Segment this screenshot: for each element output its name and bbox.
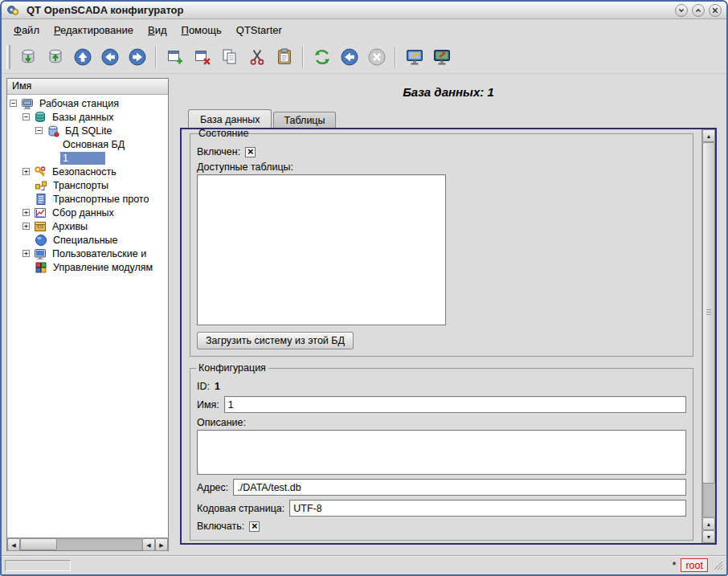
tree-item-db-sqlite[interactable]: БД SQLite — [7, 124, 168, 137]
resize-grip[interactable] — [713, 560, 723, 570]
add-item-icon[interactable] — [162, 43, 188, 70]
tree-header[interactable]: Имя — [7, 79, 168, 95]
modules-icon — [35, 261, 47, 274]
menu-help[interactable]: Помощь — [174, 21, 229, 39]
tree-item-label-selected: 1 — [60, 152, 105, 165]
config-groupbox: Конфигурация ID: 1 Имя: Описание: — [190, 368, 693, 541]
content-panel: База данных: 1 База данных Таблицы Состо… — [175, 78, 722, 551]
description-label: Описание: — [197, 417, 246, 428]
scroll-right-icon[interactable]: ▶ — [155, 538, 168, 551]
menu-file[interactable]: Файл — [6, 21, 47, 39]
menu-view[interactable]: Вид — [141, 21, 174, 39]
app-icon — [6, 4, 19, 17]
databases-icon — [34, 111, 47, 124]
tree-item-label: Пользовательские и — [50, 247, 149, 260]
go-up-icon[interactable] — [69, 43, 96, 70]
current-user-badge: root — [681, 558, 708, 572]
modified-indicator: * — [672, 559, 676, 571]
enable-checkbox[interactable] — [249, 521, 260, 532]
tables-listbox[interactable] — [197, 174, 446, 325]
statusbar: * root — [2, 555, 726, 574]
tree-item-user-interfaces[interactable]: Пользовательские и — [7, 247, 168, 260]
tree-item-security[interactable]: Безопасность — [7, 165, 168, 178]
codepage-input[interactable] — [289, 500, 686, 517]
status-field — [5, 560, 71, 571]
address-input[interactable] — [233, 479, 686, 496]
tree-hscrollbar[interactable]: ◀ ◀ ▶ — [7, 537, 168, 550]
go-back-icon[interactable] — [96, 43, 123, 70]
navigation-tree-panel: Имя Рабочая станция Базы данных БД SQLit… — [6, 78, 169, 551]
qt-vision-icon[interactable] — [428, 43, 455, 70]
expand-icon[interactable] — [22, 209, 30, 216]
app-window: QT OpenSCADA конфигуратор Файл Редактиро… — [0, 0, 728, 576]
tree-item-main-db[interactable]: Основная БД — [7, 137, 168, 151]
menu-edit[interactable]: Редактирование — [47, 21, 141, 39]
menubar: Файл Редактирование Вид Помощь QTStarter — [2, 19, 726, 40]
tree-item-label: Архивы — [50, 220, 90, 233]
tree-item-transport-protocols[interactable]: Транспортные прото — [7, 192, 168, 206]
delete-item-icon[interactable] — [189, 43, 215, 70]
codepage-label: Кодовая страница: — [197, 503, 284, 514]
security-keys-icon — [34, 165, 47, 178]
hscroll-track[interactable] — [20, 538, 142, 550]
description-textarea[interactable] — [197, 430, 686, 475]
tree-item-label: БД SQLite — [63, 125, 114, 137]
scroll-up-icon[interactable]: ▲ — [702, 129, 715, 142]
stop-icon[interactable] — [363, 43, 390, 70]
go-previous-icon[interactable] — [336, 43, 362, 70]
tree-item-db-1[interactable]: 1 — [7, 151, 168, 165]
id-label: ID: — [197, 381, 210, 392]
scroll-down-icon[interactable]: ▼ — [702, 530, 715, 543]
scroll-up-icon[interactable]: ▲ — [702, 517, 715, 530]
cut-item-icon[interactable] — [243, 43, 270, 70]
unshade-button[interactable] — [692, 4, 705, 17]
copy-item-icon[interactable] — [216, 43, 243, 70]
tree-item-databases[interactable]: Базы данных — [7, 110, 168, 124]
tree-item-archives[interactable]: Архивы — [7, 219, 168, 233]
expand-icon[interactable] — [22, 250, 30, 257]
menu-qtstarter[interactable]: QTStarter — [229, 21, 289, 39]
tree-item-label: Безопасность — [50, 165, 119, 178]
scroll-viewport: Состояние Включен: Доступные таблицы: За… — [182, 129, 701, 543]
scroll-left-icon[interactable]: ◀ — [142, 538, 155, 551]
close-button[interactable] — [709, 4, 722, 17]
tab-tables[interactable]: Таблицы — [273, 112, 335, 128]
expand-icon[interactable] — [22, 168, 30, 175]
collapse-icon[interactable] — [22, 113, 30, 121]
config-group-title: Конфигурация — [196, 362, 268, 374]
load-system-button[interactable]: Загрузить систему из этой БД — [197, 332, 354, 349]
tree-item-module-management[interactable]: Управление модулям — [7, 260, 168, 274]
vscroll-track[interactable] — [702, 142, 715, 517]
id-value: 1 — [215, 381, 220, 392]
toolbar-handle[interactable] — [6, 45, 10, 69]
protocols-icon — [35, 193, 47, 206]
hscroll-thumb[interactable] — [20, 538, 57, 550]
tree-item-data-acquisition[interactable]: Сбор данных — [7, 206, 168, 219]
qt-configurator-icon[interactable] — [401, 43, 427, 70]
paste-item-icon[interactable] — [271, 43, 297, 70]
enabled-checkbox[interactable] — [245, 147, 256, 157]
tree-item-workstation[interactable]: Рабочая станция — [7, 96, 168, 110]
tree-item-label: Базы данных — [50, 111, 117, 124]
tree-item-special[interactable]: Специальные — [7, 233, 168, 247]
name-input[interactable] — [224, 396, 686, 413]
save-to-db-icon[interactable] — [42, 43, 68, 70]
collapse-icon[interactable] — [35, 127, 43, 134]
vscroll-thumb[interactable] — [702, 142, 715, 484]
expand-icon[interactable] — [22, 223, 30, 230]
tab-database[interactable]: База данных — [188, 109, 272, 128]
special-icon — [35, 234, 47, 247]
shade-button[interactable] — [675, 4, 688, 17]
window-title: QT OpenSCADA конфигуратор — [27, 4, 183, 16]
load-from-db-icon[interactable] — [14, 43, 41, 70]
refresh-icon[interactable] — [309, 43, 335, 70]
collapse-icon[interactable] — [10, 100, 17, 107]
address-label: Адрес: — [197, 482, 228, 493]
name-label: Имя: — [197, 399, 219, 411]
monitor-icon — [34, 247, 47, 260]
scroll-left-icon[interactable]: ◀ — [7, 538, 20, 551]
tree-item-transports[interactable]: Транспорты — [7, 178, 168, 192]
go-forward-icon[interactable] — [124, 43, 150, 70]
titlebar[interactable]: QT OpenSCADA конфигуратор — [2, 2, 726, 19]
content-vscrollbar[interactable]: ▲ ▲ ▼ — [701, 129, 715, 543]
